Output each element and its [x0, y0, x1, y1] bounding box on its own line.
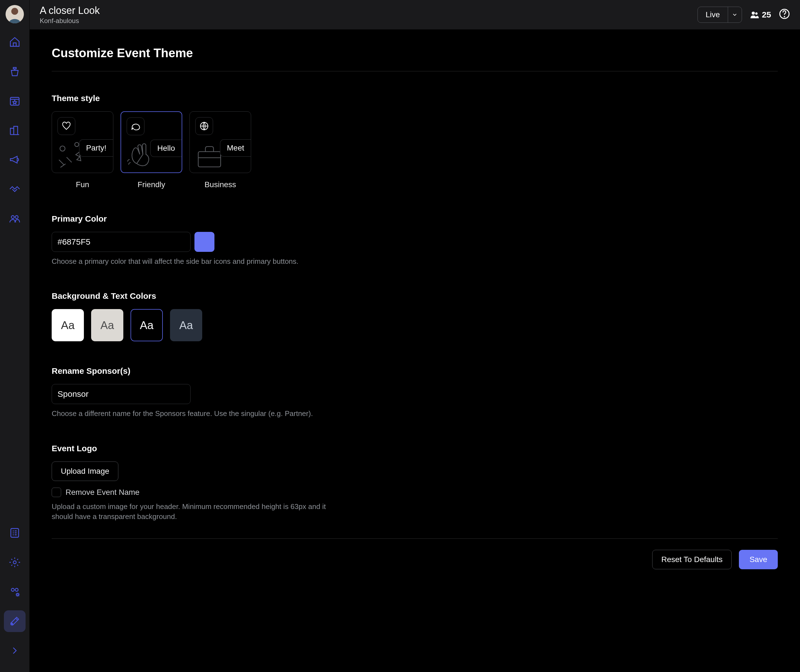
svg-point-13: [784, 16, 785, 17]
theme-icon: [9, 615, 21, 627]
section-sponsor: Rename Sponsor(s) Choose a different nam…: [52, 366, 363, 418]
section-bg-text: Background & Text Colors Aa Aa Aa Aa: [52, 291, 363, 341]
bg-option-warm[interactable]: Aa: [91, 309, 123, 341]
theme-option-friendly: Hello Friendly: [120, 111, 182, 189]
upload-image-button[interactable]: Upload Image: [52, 461, 118, 481]
bg-option-dark[interactable]: Aa: [131, 309, 163, 341]
theme-card-fun[interactable]: Party!: [52, 111, 113, 173]
bg-option-light[interactable]: Aa: [52, 309, 84, 341]
svg-point-14: [60, 146, 65, 151]
svg-point-6: [11, 589, 14, 592]
top-actions: Live 25: [697, 6, 790, 23]
sidebar-nav-bottom: [4, 522, 26, 667]
divider: [52, 538, 778, 539]
live-status-button[interactable]: Live: [697, 6, 742, 23]
primary-color-input[interactable]: [52, 232, 191, 252]
topbar: A closer Look Konf-abulous Live 25: [29, 0, 800, 29]
nav-theme[interactable]: [4, 610, 26, 632]
nav-form[interactable]: [4, 522, 26, 544]
svg-point-8: [17, 594, 19, 596]
live-dropdown[interactable]: [728, 7, 742, 22]
svg-point-10: [752, 12, 755, 15]
nav-buildings[interactable]: [4, 119, 26, 141]
people-icon: [9, 213, 21, 224]
nav-handshake[interactable]: [4, 178, 26, 200]
theme-label: Fun: [76, 180, 89, 189]
primary-color-label: Primary Color: [52, 214, 363, 224]
svg-point-2: [11, 216, 14, 219]
sponsor-input[interactable]: [52, 384, 191, 404]
save-button[interactable]: Save: [739, 550, 778, 569]
live-label: Live: [698, 7, 728, 22]
nav-home[interactable]: [4, 31, 26, 53]
attendee-count-value: 25: [762, 10, 771, 19]
event-title: A closer Look: [40, 5, 697, 16]
theme-tag: Meet: [220, 139, 251, 157]
logo-hint: Upload a custom image for your header. M…: [52, 501, 343, 522]
buildings-icon: [9, 125, 21, 136]
globe-icon: [199, 121, 209, 131]
chat-icon: [131, 122, 141, 131]
page-heading: Customize Event Theme: [52, 46, 778, 60]
theme-option-fun: Party! Fun: [52, 111, 113, 189]
theme-style-options: Party! Fun Hello Friendly: [52, 111, 363, 189]
theme-card-friendly[interactable]: Hello: [120, 111, 182, 173]
handshake-icon: [9, 183, 21, 195]
nav-people[interactable]: [4, 208, 26, 229]
nav-megaphone[interactable]: [4, 149, 26, 171]
help-button[interactable]: [779, 8, 790, 21]
nav-expand[interactable]: [4, 640, 26, 661]
calendar-star-icon: [9, 95, 21, 107]
section-primary-color: Primary Color Choose a primary color tha…: [52, 214, 363, 266]
bg-option-navy[interactable]: Aa: [170, 309, 202, 341]
nav-settings[interactable]: [4, 552, 26, 573]
nav-calendar[interactable]: [4, 90, 26, 112]
podium-icon: [9, 66, 21, 77]
chevron-right-icon: [9, 645, 21, 656]
theme-card-business[interactable]: Meet: [189, 111, 251, 173]
primary-color-swatch[interactable]: [194, 232, 215, 252]
sponsor-label: Rename Sponsor(s): [52, 366, 363, 376]
section-theme-style: Theme style Party! Fun Hello: [52, 94, 363, 189]
svg-point-15: [75, 142, 79, 147]
theme-style-label: Theme style: [52, 94, 363, 103]
event-subtitle: Konf-abulous: [40, 17, 697, 25]
svg-point-0: [11, 8, 18, 15]
theme-tag: Party!: [79, 139, 113, 157]
content: Customize Event Theme Theme style Party!…: [29, 29, 800, 672]
sponsor-hint: Choose a different name for the Sponsors…: [52, 408, 363, 418]
form-icon: [9, 527, 21, 539]
remove-event-name-label: Remove Event Name: [66, 488, 139, 497]
svg-point-5: [13, 561, 16, 564]
avatar[interactable]: [6, 5, 24, 23]
theme-label: Friendly: [138, 180, 165, 189]
reset-button[interactable]: Reset To Defaults: [652, 550, 732, 569]
svg-point-7: [15, 589, 18, 592]
nav-team-settings[interactable]: [4, 581, 26, 603]
svg-rect-17: [198, 152, 221, 167]
help-icon: [779, 8, 790, 19]
svg-rect-1: [10, 98, 19, 105]
theme-tag: Hello: [150, 140, 182, 157]
title-block: A closer Look Konf-abulous: [40, 5, 697, 25]
primary-color-hint: Choose a primary color that will affect …: [52, 256, 363, 266]
chevron-down-icon: [732, 12, 738, 18]
gear-icon: [9, 557, 21, 568]
sidebar-nav-top: [4, 31, 26, 522]
heart-icon: [61, 121, 71, 131]
section-logo: Event Logo Upload Image Remove Event Nam…: [52, 444, 363, 522]
theme-label: Business: [204, 180, 236, 189]
svg-point-3: [15, 216, 18, 219]
bg-text-label: Background & Text Colors: [52, 291, 363, 301]
megaphone-icon: [9, 154, 21, 165]
main: A closer Look Konf-abulous Live 25 Custo…: [29, 0, 800, 672]
attendee-count[interactable]: 25: [750, 10, 771, 19]
sidebar: [0, 0, 29, 672]
theme-option-business: Meet Business: [189, 111, 251, 189]
home-icon: [9, 36, 21, 48]
nav-podium[interactable]: [4, 61, 26, 82]
attendees-icon: [750, 10, 759, 19]
people-gear-icon: [9, 586, 21, 598]
remove-event-name-checkbox[interactable]: [52, 488, 61, 497]
logo-label: Event Logo: [52, 444, 363, 453]
